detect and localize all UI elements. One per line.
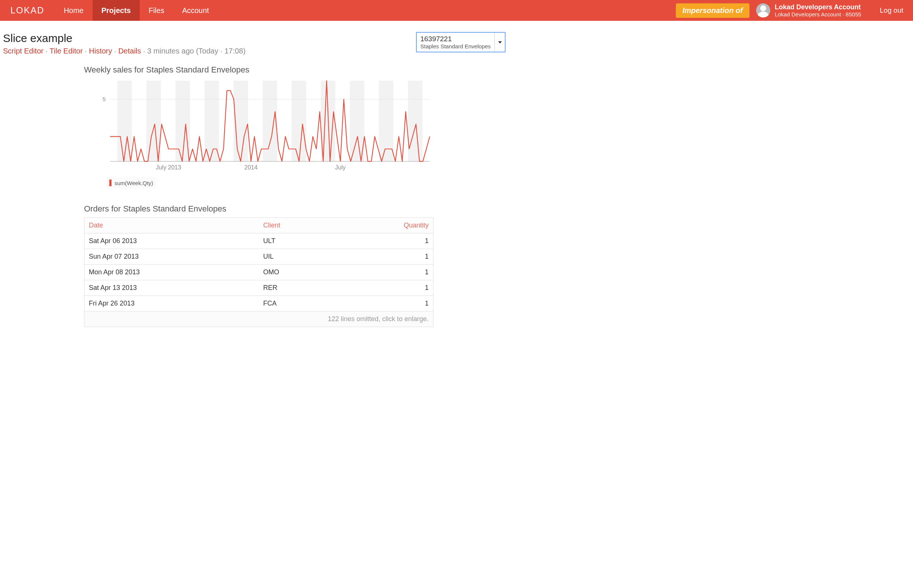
- table-row: Sat Apr 13 2013RER1: [84, 280, 433, 296]
- svg-rect-0: [118, 81, 132, 161]
- top-bar: LOKAD Home Projects Files Account Impers…: [0, 0, 913, 21]
- cell-qty: 1: [334, 296, 433, 312]
- table-row: Sun Apr 07 2013UIL1: [84, 249, 433, 265]
- cell-qty: 1: [334, 249, 433, 265]
- chart-title: Weekly sales for Staples Standard Envelo…: [84, 65, 433, 75]
- orders-header-row: Date Client Quantity: [84, 218, 433, 233]
- cell-date: Sun Apr 07 2013: [84, 249, 259, 265]
- cell-client: FCA: [259, 296, 334, 312]
- cell-date: Fri Apr 26 2013: [84, 296, 259, 312]
- crumb-details[interactable]: Details: [118, 47, 141, 55]
- nav-item-account[interactable]: Account: [173, 0, 218, 21]
- brand-logo[interactable]: LOKAD: [0, 0, 55, 21]
- col-date[interactable]: Date: [84, 218, 259, 233]
- cell-client: OMO: [259, 265, 334, 280]
- legend-swatch-icon: [109, 179, 111, 186]
- page-header: Slice example Script Editor · Tile Edito…: [3, 32, 510, 55]
- nav-item-home[interactable]: Home: [55, 0, 92, 21]
- user-menu[interactable]: Lokad Developers Account Lokad Developer…: [756, 0, 870, 21]
- crumb-timestamp: 3 minutes ago (Today · 17:08): [147, 47, 246, 55]
- user-subtitle: Lokad Developers Account · 85055: [775, 11, 861, 18]
- crumb-tile-editor[interactable]: Tile Editor: [49, 47, 82, 55]
- cell-date: Sat Apr 13 2013: [84, 280, 259, 296]
- weekly-sales-chart[interactable]: 5July 20132014July: [84, 78, 433, 175]
- svg-rect-1: [147, 81, 161, 161]
- slice-id: 16397221: [420, 35, 491, 43]
- orders-title: Orders for Staples Standard Envelopes: [84, 204, 433, 214]
- cell-date: Sat Apr 06 2013: [84, 233, 259, 249]
- page-title: Slice example: [3, 32, 246, 45]
- slice-selector[interactable]: 16397221 Staples Standard Envelopes: [416, 32, 506, 52]
- chart-legend: sum(Week.Qty): [106, 177, 156, 189]
- crumb-script-editor[interactable]: Script Editor: [3, 47, 44, 55]
- nav-item-files[interactable]: Files: [140, 0, 173, 21]
- crumb-history[interactable]: History: [89, 47, 112, 55]
- col-client[interactable]: Client: [259, 218, 334, 233]
- content-column: Weekly sales for Staples Standard Envelo…: [84, 65, 433, 327]
- svg-rect-8: [350, 81, 364, 161]
- cell-qty: 1: [334, 265, 433, 280]
- crumb-sep: ·: [143, 47, 147, 55]
- chevron-down-icon: [498, 41, 502, 44]
- slice-label: Staples Standard Envelopes: [420, 43, 491, 49]
- svg-text:2014: 2014: [244, 164, 258, 171]
- cell-qty: 1: [334, 280, 433, 296]
- table-row: Mon Apr 08 2013OMO1: [84, 265, 433, 280]
- orders-table: Date Client Quantity Sat Apr 06 2013ULT1…: [84, 217, 433, 327]
- legend-label: sum(Week.Qty): [115, 180, 153, 186]
- col-quantity[interactable]: Quantity: [334, 218, 433, 233]
- svg-text:July: July: [335, 164, 345, 171]
- cell-qty: 1: [334, 233, 433, 249]
- crumb-sep: ·: [85, 47, 89, 55]
- table-row: Sat Apr 06 2013ULT1: [84, 233, 433, 249]
- cell-client: UIL: [259, 249, 334, 265]
- impersonation-badge[interactable]: Impersonation of: [676, 3, 750, 18]
- slice-dropdown-button[interactable]: [494, 33, 505, 52]
- logout-button[interactable]: Log out: [870, 0, 913, 21]
- svg-text:5: 5: [103, 96, 105, 102]
- user-name: Lokad Developers Account: [775, 3, 861, 11]
- crumb-sep: ·: [46, 47, 50, 55]
- cell-client: RER: [259, 280, 334, 296]
- nav-item-projects[interactable]: Projects: [92, 0, 140, 21]
- svg-rect-4: [233, 81, 248, 161]
- svg-text:July 2013: July 2013: [156, 164, 181, 171]
- line-chart-svg: 5July 20132014July: [84, 78, 433, 175]
- svg-rect-10: [408, 81, 422, 161]
- crumb-sep: ·: [114, 47, 118, 55]
- cell-date: Mon Apr 08 2013: [84, 265, 259, 280]
- user-text: Lokad Developers Account Lokad Developer…: [775, 3, 861, 18]
- main-nav: Home Projects Files Account: [55, 0, 218, 21]
- orders-footer[interactable]: 122 lines omitted, click to enlarge.: [84, 312, 433, 327]
- avatar-icon: [756, 3, 770, 18]
- table-row: Fri Apr 26 2013FCA1: [84, 296, 433, 312]
- cell-client: ULT: [259, 233, 334, 249]
- breadcrumb: Script Editor · Tile Editor · History · …: [3, 47, 246, 55]
